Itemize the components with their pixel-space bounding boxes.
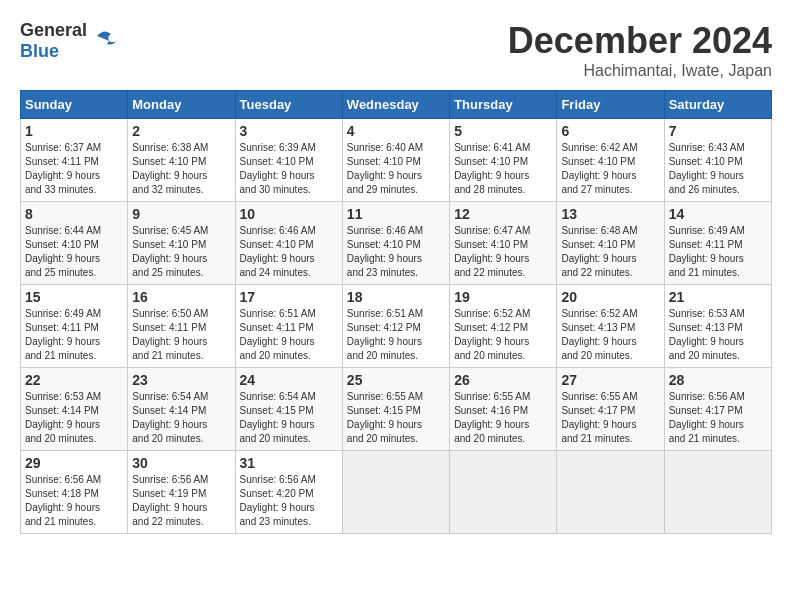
location-title: Hachimantai, Iwate, Japan [508,62,772,80]
calendar-cell: 6 Sunrise: 6:42 AMSunset: 4:10 PMDayligh… [557,119,664,202]
day-info: Sunrise: 6:56 AMSunset: 4:20 PMDaylight:… [240,474,316,527]
day-number: 6 [561,123,659,139]
logo: General Blue [20,20,119,62]
calendar-cell: 1 Sunrise: 6:37 AMSunset: 4:11 PMDayligh… [21,119,128,202]
day-info: Sunrise: 6:55 AMSunset: 4:15 PMDaylight:… [347,391,423,444]
calendar-cell [557,451,664,534]
day-number: 25 [347,372,445,388]
day-info: Sunrise: 6:53 AMSunset: 4:14 PMDaylight:… [25,391,101,444]
calendar-cell: 15 Sunrise: 6:49 AMSunset: 4:11 PMDaylig… [21,285,128,368]
day-info: Sunrise: 6:45 AMSunset: 4:10 PMDaylight:… [132,225,208,278]
day-info: Sunrise: 6:47 AMSunset: 4:10 PMDaylight:… [454,225,530,278]
calendar-cell: 30 Sunrise: 6:56 AMSunset: 4:19 PMDaylig… [128,451,235,534]
day-info: Sunrise: 6:54 AMSunset: 4:15 PMDaylight:… [240,391,316,444]
day-number: 13 [561,206,659,222]
calendar-cell: 20 Sunrise: 6:52 AMSunset: 4:13 PMDaylig… [557,285,664,368]
day-number: 2 [132,123,230,139]
day-number: 9 [132,206,230,222]
day-number: 22 [25,372,123,388]
day-number: 18 [347,289,445,305]
day-number: 21 [669,289,767,305]
calendar-cell [450,451,557,534]
header-day-monday: Monday [128,91,235,119]
day-info: Sunrise: 6:41 AMSunset: 4:10 PMDaylight:… [454,142,530,195]
calendar-cell: 22 Sunrise: 6:53 AMSunset: 4:14 PMDaylig… [21,368,128,451]
month-title: December 2024 [508,20,772,62]
calendar-cell: 28 Sunrise: 6:56 AMSunset: 4:17 PMDaylig… [664,368,771,451]
day-number: 5 [454,123,552,139]
day-info: Sunrise: 6:51 AMSunset: 4:12 PMDaylight:… [347,308,423,361]
calendar-cell: 26 Sunrise: 6:55 AMSunset: 4:16 PMDaylig… [450,368,557,451]
day-number: 26 [454,372,552,388]
day-info: Sunrise: 6:51 AMSunset: 4:11 PMDaylight:… [240,308,316,361]
day-info: Sunrise: 6:56 AMSunset: 4:19 PMDaylight:… [132,474,208,527]
header-day-friday: Friday [557,91,664,119]
day-info: Sunrise: 6:49 AMSunset: 4:11 PMDaylight:… [669,225,745,278]
calendar-week-row: 15 Sunrise: 6:49 AMSunset: 4:11 PMDaylig… [21,285,772,368]
day-info: Sunrise: 6:44 AMSunset: 4:10 PMDaylight:… [25,225,101,278]
logo-blue-text: Blue [20,41,59,61]
calendar-cell: 16 Sunrise: 6:50 AMSunset: 4:11 PMDaylig… [128,285,235,368]
day-info: Sunrise: 6:53 AMSunset: 4:13 PMDaylight:… [669,308,745,361]
header-day-thursday: Thursday [450,91,557,119]
logo-general-text: General [20,20,87,40]
calendar-cell: 14 Sunrise: 6:49 AMSunset: 4:11 PMDaylig… [664,202,771,285]
day-number: 8 [25,206,123,222]
day-info: Sunrise: 6:52 AMSunset: 4:13 PMDaylight:… [561,308,637,361]
day-number: 17 [240,289,338,305]
day-number: 29 [25,455,123,471]
calendar-cell: 25 Sunrise: 6:55 AMSunset: 4:15 PMDaylig… [342,368,449,451]
day-info: Sunrise: 6:48 AMSunset: 4:10 PMDaylight:… [561,225,637,278]
calendar-cell: 18 Sunrise: 6:51 AMSunset: 4:12 PMDaylig… [342,285,449,368]
calendar-cell: 9 Sunrise: 6:45 AMSunset: 4:10 PMDayligh… [128,202,235,285]
header-day-saturday: Saturday [664,91,771,119]
day-number: 7 [669,123,767,139]
calendar-cell: 2 Sunrise: 6:38 AMSunset: 4:10 PMDayligh… [128,119,235,202]
calendar-cell: 23 Sunrise: 6:54 AMSunset: 4:14 PMDaylig… [128,368,235,451]
calendar-cell: 10 Sunrise: 6:46 AMSunset: 4:10 PMDaylig… [235,202,342,285]
day-number: 27 [561,372,659,388]
day-info: Sunrise: 6:52 AMSunset: 4:12 PMDaylight:… [454,308,530,361]
header-day-sunday: Sunday [21,91,128,119]
calendar-week-row: 8 Sunrise: 6:44 AMSunset: 4:10 PMDayligh… [21,202,772,285]
day-info: Sunrise: 6:55 AMSunset: 4:17 PMDaylight:… [561,391,637,444]
calendar-cell: 12 Sunrise: 6:47 AMSunset: 4:10 PMDaylig… [450,202,557,285]
calendar-cell: 3 Sunrise: 6:39 AMSunset: 4:10 PMDayligh… [235,119,342,202]
page-header: General Blue December 2024 Hachimantai, … [20,20,772,80]
day-number: 20 [561,289,659,305]
calendar-cell: 11 Sunrise: 6:46 AMSunset: 4:10 PMDaylig… [342,202,449,285]
calendar-week-row: 29 Sunrise: 6:56 AMSunset: 4:18 PMDaylig… [21,451,772,534]
day-info: Sunrise: 6:37 AMSunset: 4:11 PMDaylight:… [25,142,101,195]
calendar-table: SundayMondayTuesdayWednesdayThursdayFrid… [20,90,772,534]
calendar-cell: 5 Sunrise: 6:41 AMSunset: 4:10 PMDayligh… [450,119,557,202]
calendar-cell: 7 Sunrise: 6:43 AMSunset: 4:10 PMDayligh… [664,119,771,202]
day-info: Sunrise: 6:39 AMSunset: 4:10 PMDaylight:… [240,142,316,195]
calendar-cell: 8 Sunrise: 6:44 AMSunset: 4:10 PMDayligh… [21,202,128,285]
day-info: Sunrise: 6:56 AMSunset: 4:18 PMDaylight:… [25,474,101,527]
day-number: 14 [669,206,767,222]
calendar-cell: 17 Sunrise: 6:51 AMSunset: 4:11 PMDaylig… [235,285,342,368]
day-number: 19 [454,289,552,305]
calendar-cell: 21 Sunrise: 6:53 AMSunset: 4:13 PMDaylig… [664,285,771,368]
day-number: 30 [132,455,230,471]
calendar-header-row: SundayMondayTuesdayWednesdayThursdayFrid… [21,91,772,119]
day-info: Sunrise: 6:43 AMSunset: 4:10 PMDaylight:… [669,142,745,195]
day-number: 11 [347,206,445,222]
day-info: Sunrise: 6:56 AMSunset: 4:17 PMDaylight:… [669,391,745,444]
header-day-wednesday: Wednesday [342,91,449,119]
calendar-cell [342,451,449,534]
day-number: 16 [132,289,230,305]
calendar-cell: 19 Sunrise: 6:52 AMSunset: 4:12 PMDaylig… [450,285,557,368]
calendar-cell: 27 Sunrise: 6:55 AMSunset: 4:17 PMDaylig… [557,368,664,451]
day-number: 23 [132,372,230,388]
title-section: December 2024 Hachimantai, Iwate, Japan [508,20,772,80]
calendar-cell: 31 Sunrise: 6:56 AMSunset: 4:20 PMDaylig… [235,451,342,534]
day-info: Sunrise: 6:46 AMSunset: 4:10 PMDaylight:… [240,225,316,278]
day-info: Sunrise: 6:42 AMSunset: 4:10 PMDaylight:… [561,142,637,195]
day-number: 31 [240,455,338,471]
day-info: Sunrise: 6:54 AMSunset: 4:14 PMDaylight:… [132,391,208,444]
day-info: Sunrise: 6:55 AMSunset: 4:16 PMDaylight:… [454,391,530,444]
day-info: Sunrise: 6:50 AMSunset: 4:11 PMDaylight:… [132,308,208,361]
day-number: 4 [347,123,445,139]
day-number: 10 [240,206,338,222]
